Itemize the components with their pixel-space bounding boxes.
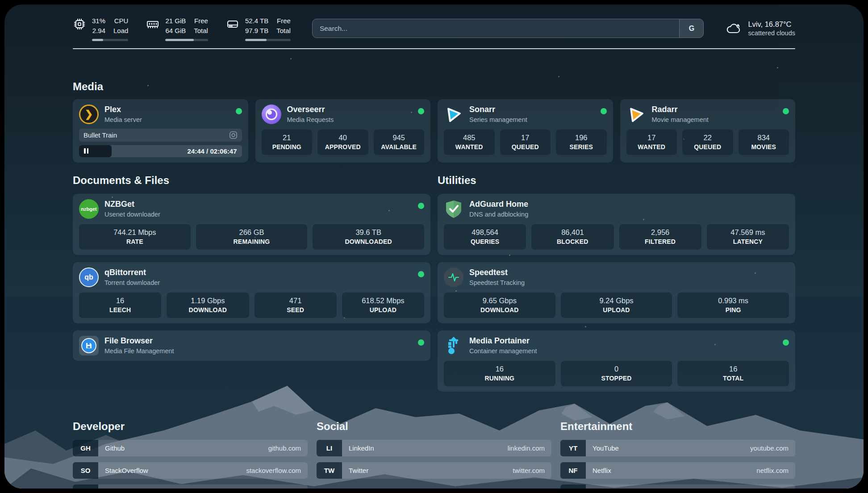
service-card-qbittorrent[interactable]: qb qBittorrent Torrent downloader 16 — [73, 262, 430, 323]
bookmark-reddit[interactable]: RE Reddit reddit.com — [560, 485, 795, 489]
service-card-adguard[interactable]: AdGuard Home DNS and adblocking 498,564 … — [438, 194, 795, 255]
weather-location-temp: Lviv, 16.87°C — [748, 20, 795, 29]
bookmark-stackoverflow[interactable]: SO StackOverflow stackoverflow.com — [73, 462, 308, 479]
stat-block: 21 PENDING — [262, 130, 313, 155]
bookmarks-social: Social LI LinkedIn linkedin.com TW Twitt… — [317, 420, 551, 489]
stat-label: QUERIES — [446, 238, 524, 245]
bookmark-name: LinkedIn — [349, 444, 374, 452]
memory-free-value: 21 GiB — [165, 16, 186, 26]
stat-value: 744.21 Mbps — [81, 228, 189, 237]
search-input[interactable] — [313, 19, 680, 38]
stat-value: 0.993 ms — [679, 297, 787, 305]
pause-icon[interactable] — [84, 148, 88, 154]
playback-progress-fill — [79, 145, 112, 157]
stat-label: DOWNLOAD — [168, 306, 247, 313]
disk-total-value: 97.9 TB — [245, 26, 268, 36]
cpu-usage-label: CPU — [113, 16, 128, 26]
resource-widgets: 31% 2.94 CPU Load — [73, 16, 291, 41]
service-name: Radarr — [652, 105, 709, 115]
bookmark-name: Github — [105, 444, 125, 452]
bookmark-name: YouTube — [593, 444, 619, 452]
service-description: Container management — [469, 347, 537, 355]
stat-label: WANTED — [628, 143, 676, 150]
bookmark-name: Twitter — [349, 467, 368, 474]
memory-icon — [146, 17, 159, 31]
now-playing-title: Bullet Train — [83, 131, 117, 139]
service-description: Speedtest Tracking — [469, 279, 525, 286]
bookmark-name: Netflix — [593, 467, 611, 474]
service-card-sonarr[interactable]: Sonarr Series management 485 WANTED 17 Q… — [438, 99, 613, 163]
bookmark-netflix[interactable]: NF Netflix netflix.com — [560, 462, 795, 479]
service-card-nzbget[interactable]: nzbget NZBGet Usenet downloader 744.21 M… — [73, 194, 430, 255]
service-card-plex[interactable]: ❯ Plex Media server Bullet Train — [73, 99, 248, 163]
disk-widget: 52.4 TB 97.9 TB Free Total — [226, 16, 291, 41]
search-provider-button[interactable]: G — [679, 19, 703, 38]
view-details-icon[interactable] — [229, 131, 238, 139]
service-card-filebrowser[interactable]: File Browser Media File Management — [73, 330, 430, 361]
section-title-media: Media — [73, 80, 795, 93]
cpu-icon — [73, 17, 86, 31]
cpu-load-value: 2.94 — [92, 26, 105, 36]
status-dot — [783, 108, 789, 114]
stat-value: 618.52 Mbps — [344, 297, 422, 305]
stat-value: 485 — [446, 134, 493, 142]
memory-total-value: 64 GiB — [165, 26, 186, 36]
playback-time: 24:44 / 02:06:47 — [188, 147, 242, 155]
service-name: Speedtest — [469, 268, 525, 278]
weather-widget[interactable]: Lviv, 16.87°C scattered clouds — [725, 20, 795, 37]
bookmark-url: youtube.com — [750, 444, 789, 452]
portainer-icon — [444, 336, 463, 355]
stat-value: 266 GB — [198, 228, 306, 237]
bookmark-linkedin[interactable]: LI LinkedIn linkedin.com — [317, 440, 551, 456]
stat-value: 16 — [81, 297, 159, 305]
playback-progress-bar: 24:44 / 02:06:47 — [79, 145, 242, 157]
stat-value: 16 — [679, 365, 787, 373]
stat-block: 945 AVAILABLE — [374, 130, 425, 155]
service-name: Overseerr — [287, 105, 334, 115]
speedtest-icon — [444, 267, 463, 287]
service-card-speedtest[interactable]: Speedtest Speedtest Tracking 9.65 Gbps D… — [438, 262, 795, 323]
bookmarks-entertainment: Entertainment YT YouTube youtube.com NF … — [560, 420, 795, 489]
stat-block: 47.569 ms LATENCY — [707, 224, 789, 250]
section-title-entertainment: Entertainment — [560, 420, 795, 433]
bookmark-abbr: LI — [317, 440, 342, 456]
stat-block: 744.21 Mbps RATE — [79, 224, 191, 250]
bookmark-github[interactable]: GH Github github.com — [73, 440, 308, 456]
stat-value: 47.569 ms — [709, 228, 787, 237]
service-card-portainer[interactable]: Media Portainer Container management 16 … — [438, 330, 795, 392]
stat-block: 196 SERIES — [556, 130, 607, 155]
bookmark-youtube[interactable]: YT YouTube youtube.com — [560, 440, 795, 456]
bookmark-abbr: RE — [560, 485, 586, 489]
bookmark-name: StackOverflow — [105, 467, 148, 474]
adguard-icon — [444, 199, 463, 219]
stat-label: DOWNLOAD — [446, 306, 554, 313]
bookmark-abbr: YT — [560, 440, 586, 456]
bookmark-abbr: GH — [73, 440, 98, 456]
stat-value: 0 — [563, 365, 671, 373]
stat-label: PING — [679, 306, 787, 313]
stat-label: TOTAL — [679, 375, 787, 382]
bookmark-url: netflix.com — [756, 467, 789, 474]
stat-label: RATE — [81, 238, 189, 245]
stat-label: UPLOAD — [563, 306, 671, 313]
cpu-widget: 31% 2.94 CPU Load — [73, 16, 128, 41]
service-name: Plex — [104, 105, 142, 115]
bookmark-twitter[interactable]: TW Twitter twitter.com — [317, 462, 551, 479]
service-card-overseerr[interactable]: Overseerr Media Requests 21 PENDING 40 A… — [255, 99, 431, 163]
memory-progress-fill — [165, 39, 194, 41]
disk-progress-fill — [245, 39, 267, 41]
stat-value: 498,564 — [446, 228, 524, 237]
stat-label: WANTED — [446, 143, 493, 150]
service-card-radarr[interactable]: Radarr Movie management 17 WANTED 22 QUE… — [620, 99, 796, 163]
stat-block: 16 RUNNING — [444, 361, 555, 386]
bookmark-dev[interactable]: DT DEV dev.to — [73, 485, 308, 489]
homepage-dashboard: 31% 2.94 CPU Load — [4, 4, 864, 489]
media-cards-row: ❯ Plex Media server Bullet Train — [73, 99, 795, 163]
status-dot — [418, 108, 424, 114]
service-description: Series management — [469, 116, 527, 123]
stat-block: 2,956 FILTERED — [619, 224, 701, 250]
bookmark-url: linkedin.com — [508, 444, 545, 452]
stat-block: 16 TOTAL — [677, 361, 789, 386]
stat-block: 22 QUEUED — [682, 130, 733, 155]
stat-label: QUEUED — [502, 143, 549, 150]
